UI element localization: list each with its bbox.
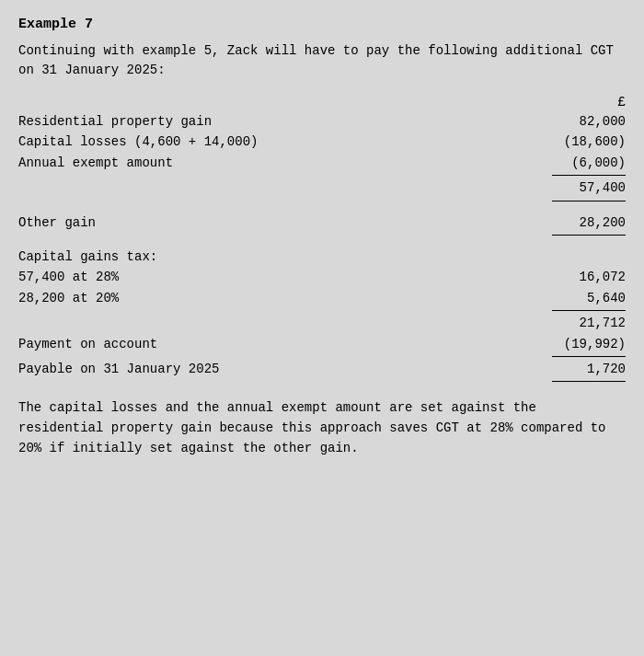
row-label: Payment on account — [18, 334, 552, 354]
row-label: 28,200 at 20% — [18, 288, 552, 308]
page-container: Example 7 Continuing with example 5, Zac… — [0, 0, 644, 656]
underline-line — [552, 310, 626, 311]
table-row: 21,712 — [18, 313, 626, 333]
underline-line — [552, 381, 626, 382]
table-row: Payment on account(19,992) — [18, 334, 626, 354]
example-title: Example 7 — [18, 17, 626, 32]
row-value: 1,720 — [552, 359, 626, 379]
underline-line — [552, 201, 626, 201]
table-row: 28,200 at 20%5,640 — [18, 288, 626, 308]
row-value: 16,072 — [552, 267, 626, 287]
underline-row — [18, 379, 626, 384]
spacer — [18, 237, 626, 247]
table-row: Annual exempt amount(6,000) — [18, 153, 626, 173]
underline-line — [552, 356, 626, 357]
row-label: Residential property gain — [18, 111, 552, 132]
row-value: (18,600) — [552, 132, 626, 152]
row-label: Capital losses (4,600 + 14,000) — [18, 132, 552, 152]
row-label: Payable on 31 January 2025 — [18, 359, 552, 379]
table-row: Capital gains tax: — [18, 247, 626, 267]
row-value: (6,000) — [552, 153, 626, 173]
spacer — [18, 203, 626, 213]
row-value: 82,000 — [552, 111, 626, 132]
row-value: 28,200 — [552, 213, 626, 233]
table-row: 57,400 — [18, 178, 626, 198]
row-label: Other gain — [18, 213, 552, 233]
table-row: Residential property gain82,000 — [18, 111, 626, 132]
underline-line — [552, 235, 626, 236]
row-value: 21,712 — [552, 313, 626, 333]
table-body: Residential property gain82,000Capital l… — [18, 111, 626, 384]
table-row: Capital losses (4,600 + 14,000)(18,600) — [18, 132, 626, 152]
row-value: 5,640 — [552, 288, 626, 308]
currency-header: £ — [552, 95, 626, 109]
table-row: 57,400 at 28%16,072 — [18, 267, 626, 287]
row-value: (19,992) — [552, 334, 626, 354]
row-label: 57,400 at 28% — [18, 267, 552, 287]
intro-text: Continuing with example 5, Zack will hav… — [18, 41, 626, 80]
table-row: Payable on 31 January 20251,720 — [18, 359, 626, 379]
calculation-table: £ Residential property gain82,000Capital… — [18, 95, 626, 384]
row-label: Capital gains tax: — [18, 247, 552, 267]
footer-text: The capital losses and the annual exempt… — [18, 398, 626, 458]
row-value: 57,400 — [552, 178, 626, 198]
underline-line — [552, 175, 626, 176]
header-row: £ — [18, 95, 626, 109]
table-row: Other gain28,200 — [18, 213, 626, 233]
row-label: Annual exempt amount — [18, 153, 552, 173]
